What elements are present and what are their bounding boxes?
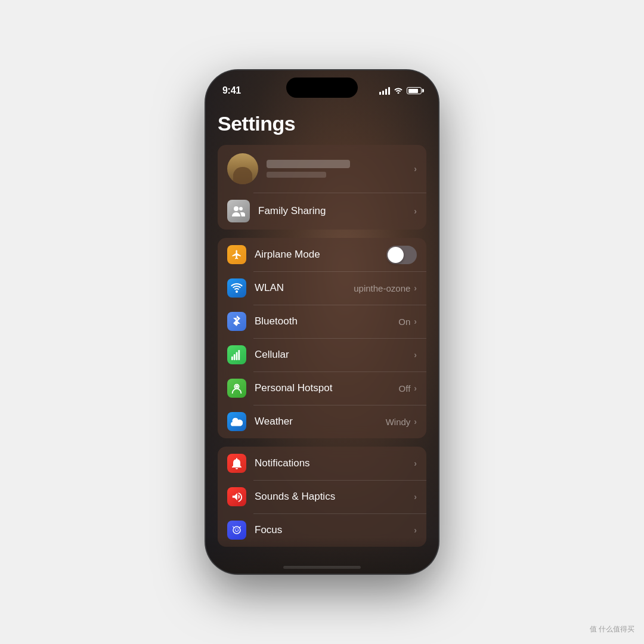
status-icons <box>379 86 422 95</box>
family-sharing-row[interactable]: Family Sharing › <box>218 193 426 230</box>
sounds-haptics-chevron: › <box>414 492 417 501</box>
watermark: 值 什么值得买 <box>590 624 634 634</box>
airplane-mode-label: Airplane Mode <box>255 249 386 261</box>
personal-hotspot-icon <box>227 379 246 398</box>
profile-row[interactable]: › <box>218 145 426 193</box>
svg-rect-5 <box>238 350 240 360</box>
wlan-chevron: › <box>414 283 417 293</box>
cellular-label: Cellular <box>255 349 414 361</box>
notifications-icon <box>227 454 246 473</box>
wlan-row[interactable]: WLAN upinthe-ozone › <box>218 271 426 305</box>
profile-chevron: › <box>414 164 417 174</box>
bluetooth-icon <box>227 312 246 331</box>
sounds-haptics-row[interactable]: Sounds & Haptics › <box>218 480 426 513</box>
svg-rect-3 <box>234 354 236 360</box>
sounds-haptics-label: Sounds & Haptics <box>255 491 414 503</box>
wifi-status-icon <box>394 86 403 95</box>
notifications-row[interactable]: Notifications › <box>218 447 426 480</box>
notifications-label: Notifications <box>255 457 414 469</box>
weather-row[interactable]: Weather Windy › <box>218 405 426 438</box>
cellular-row[interactable]: Cellular › <box>218 338 426 371</box>
svg-point-1 <box>239 207 243 210</box>
focus-label: Focus <box>255 524 414 536</box>
profile-name-bar <box>267 160 350 168</box>
personal-hotspot-chevron: › <box>414 383 417 393</box>
weather-value: Windy <box>386 417 411 427</box>
account-section: › Family Sharing › <box>218 145 426 230</box>
toggle-thumb <box>388 247 404 263</box>
family-sharing-chevron: › <box>414 206 417 216</box>
bluetooth-label: Bluetooth <box>255 315 398 327</box>
personal-hotspot-value: Off <box>399 383 411 394</box>
avatar <box>227 153 258 184</box>
wlan-value: upinthe-ozone <box>354 283 410 293</box>
svg-rect-2 <box>231 357 233 360</box>
weather-chevron: › <box>414 417 417 426</box>
status-time: 9:41 <box>222 85 241 96</box>
cellular-chevron: › <box>414 350 417 360</box>
sounds-haptics-icon <box>227 487 246 506</box>
wlan-icon <box>227 278 246 298</box>
svg-point-0 <box>234 206 239 211</box>
focus-row[interactable]: Focus › <box>218 513 426 547</box>
signal-icon <box>379 87 390 95</box>
family-sharing-label: Family Sharing <box>258 205 414 217</box>
airplane-mode-icon <box>227 245 246 264</box>
personal-hotspot-label: Personal Hotspot <box>255 382 399 394</box>
page-title: Settings <box>218 103 426 145</box>
profile-sub-bar <box>267 172 326 178</box>
battery-icon <box>407 87 422 94</box>
phone-frame: 9:41 Settings <box>206 70 438 574</box>
weather-icon <box>227 412 246 431</box>
airplane-mode-toggle[interactable] <box>386 246 417 264</box>
svg-point-6 <box>236 385 239 388</box>
weather-label: Weather <box>255 416 386 428</box>
cellular-icon <box>227 345 246 364</box>
bluetooth-chevron: › <box>414 317 417 326</box>
airplane-mode-row[interactable]: Airplane Mode <box>218 238 426 271</box>
profile-info <box>267 160 414 178</box>
wlan-label: WLAN <box>255 282 354 294</box>
focus-chevron: › <box>414 525 417 535</box>
family-sharing-icon <box>227 200 250 222</box>
bluetooth-value: On <box>398 317 410 327</box>
connectivity-section: Airplane Mode WLAN upinthe-ozone › <box>218 238 426 438</box>
personal-hotspot-row[interactable]: Personal Hotspot Off › <box>218 371 426 405</box>
svg-rect-4 <box>236 352 238 361</box>
notifications-chevron: › <box>414 459 417 468</box>
dynamic-island <box>286 78 358 98</box>
settings-content[interactable]: Settings › <box>206 103 438 574</box>
focus-icon <box>227 521 246 540</box>
bluetooth-row[interactable]: Bluetooth On › <box>218 305 426 338</box>
notifications-section: Notifications › Sounds & Haptics › <box>218 447 426 547</box>
